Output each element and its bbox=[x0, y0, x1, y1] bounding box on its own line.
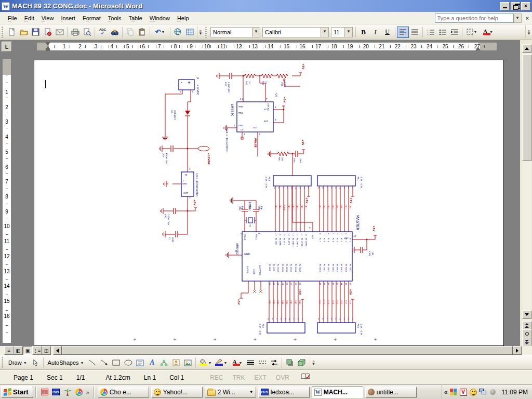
menu-window[interactable]: Window bbox=[146, 13, 174, 23]
style-combobox[interactable]: Normal▼ bbox=[210, 27, 260, 37]
task-button-untitled[interactable]: untitle... bbox=[365, 387, 417, 398]
new-document-button[interactable] bbox=[6, 26, 18, 38]
clip-art-button[interactable] bbox=[170, 357, 182, 368]
spelling-button[interactable]: ABC✓ bbox=[97, 26, 109, 38]
minimize-button[interactable] bbox=[500, 2, 510, 10]
task-button-ledxoa[interactable]: ISISledxoa... bbox=[258, 387, 310, 398]
autoshapes-menu-button[interactable]: AutoShapes▼ bbox=[45, 357, 87, 368]
status-ext[interactable]: EXT bbox=[255, 374, 267, 381]
tray-office-icon[interactable] bbox=[449, 388, 458, 396]
next-page-button[interactable] bbox=[522, 338, 531, 347]
scroll-down-button[interactable] bbox=[522, 310, 531, 319]
copy-button[interactable] bbox=[124, 26, 136, 38]
print-preview-button[interactable] bbox=[81, 26, 93, 38]
save-button[interactable] bbox=[30, 26, 42, 38]
palm-tree-quicklaunch-icon[interactable] bbox=[63, 388, 72, 397]
word-app-icon[interactable]: W bbox=[2, 2, 10, 10]
print-button[interactable] bbox=[69, 26, 81, 38]
scroll-up-button[interactable] bbox=[522, 44, 531, 53]
increase-indent-button[interactable] bbox=[448, 26, 460, 38]
align-left-button[interactable] bbox=[397, 26, 409, 38]
taskbar-clock[interactable]: 11:09 PM bbox=[502, 389, 528, 396]
email-button[interactable] bbox=[54, 26, 65, 38]
horizontal-scroll-thumb[interactable] bbox=[62, 346, 513, 355]
draw-menu-button[interactable]: Draw▼ bbox=[6, 357, 30, 368]
numbering-button[interactable]: 123 bbox=[424, 26, 436, 38]
tab-selector-button[interactable]: L bbox=[2, 42, 12, 52]
bullets-button[interactable] bbox=[436, 26, 448, 38]
right-indent-marker[interactable] bbox=[475, 47, 481, 50]
menubar-close-icon[interactable]: × bbox=[526, 15, 529, 21]
unikey-quicklaunch-icon[interactable] bbox=[40, 388, 49, 397]
scroll-left-button[interactable] bbox=[53, 346, 62, 355]
insert-picture-button[interactable] bbox=[182, 357, 194, 368]
first-line-indent-marker[interactable] bbox=[45, 42, 50, 46]
insert-hyperlink-button[interactable] bbox=[172, 26, 184, 38]
underline-button[interactable]: U bbox=[381, 26, 393, 38]
menu-edit[interactable]: Edit bbox=[21, 13, 38, 23]
task-button-2-windows-group[interactable]: 2 Wi...▼ bbox=[205, 387, 256, 398]
task-button-yahoo[interactable]: Yahoo!... bbox=[151, 387, 203, 398]
outline-view-button[interactable]: ⋮≡ bbox=[32, 346, 42, 355]
menu-insert[interactable]: Insert bbox=[57, 13, 79, 23]
quicklaunch-overflow-icon[interactable]: » bbox=[86, 389, 89, 395]
italic-button[interactable]: I bbox=[369, 26, 381, 38]
bold-button[interactable]: B bbox=[357, 26, 369, 38]
status-rec[interactable]: REC bbox=[210, 374, 223, 381]
undo-button[interactable]: ↶▼ bbox=[152, 26, 168, 38]
oval-tool-button[interactable] bbox=[122, 357, 134, 368]
schematic-drawing-object[interactable]: - + 2 1 J1 +12VDC DR D IN4007 CR+ 470uF … bbox=[34, 60, 503, 345]
scroll-right-button[interactable] bbox=[513, 346, 522, 355]
font-color-button[interactable]: A▼ bbox=[480, 26, 495, 38]
open-button[interactable] bbox=[18, 26, 30, 38]
close-button[interactable]: × bbox=[521, 2, 530, 10]
menu-help[interactable]: Help bbox=[174, 13, 193, 23]
font-combobox[interactable]: Calibri▼ bbox=[262, 27, 329, 37]
dash-style-button[interactable] bbox=[256, 357, 268, 368]
arrow-style-button[interactable] bbox=[268, 357, 280, 368]
previous-page-button[interactable] bbox=[522, 321, 531, 330]
help-question-input[interactable] bbox=[435, 14, 514, 23]
menu-format[interactable]: Format bbox=[79, 13, 104, 23]
web-layout-view-button[interactable]: ◧ bbox=[14, 346, 23, 355]
drawing-toolbar-grip[interactable] bbox=[2, 357, 4, 368]
justify-button[interactable] bbox=[409, 26, 421, 38]
borders-button[interactable]: ▼ bbox=[464, 26, 480, 38]
font-size-combobox[interactable]: 11▼ bbox=[331, 27, 353, 37]
task-button-mach-active[interactable]: WMACH... bbox=[312, 387, 363, 398]
select-objects-button[interactable] bbox=[30, 357, 42, 368]
help-dropdown-icon[interactable]: ▼ bbox=[514, 14, 522, 23]
standard-toolbar-grip[interactable] bbox=[2, 26, 4, 38]
tray-vietkey-icon[interactable]: V bbox=[459, 388, 468, 396]
permission-button[interactable] bbox=[42, 26, 54, 38]
task-button-cho-e[interactable]: Cho e... bbox=[98, 387, 149, 398]
formatting-toolbar-overflow-icon[interactable]: »▼ bbox=[525, 25, 532, 39]
menu-view[interactable]: View bbox=[38, 13, 58, 23]
fill-color-button[interactable]: ▼ bbox=[197, 357, 213, 368]
tray-volume-icon[interactable] bbox=[489, 388, 497, 396]
shadow-style-button[interactable] bbox=[284, 357, 296, 368]
menu-tools[interactable]: Tools bbox=[104, 13, 125, 23]
isis-quicklaunch-icon[interactable]: ISIS bbox=[51, 388, 61, 397]
normal-view-button[interactable]: ≡ bbox=[4, 346, 14, 355]
tray-network-icon[interactable] bbox=[479, 388, 487, 396]
status-trk[interactable]: TRK bbox=[233, 374, 245, 381]
menu-table[interactable]: Table bbox=[125, 13, 145, 23]
start-button[interactable]: Start bbox=[1, 386, 33, 398]
standard-toolbar-overflow-icon[interactable]: »▼ bbox=[197, 25, 204, 39]
wordart-button[interactable]: A bbox=[146, 357, 158, 368]
draw-font-color-button[interactable]: A▼ bbox=[229, 357, 244, 368]
tray-yahoo-messenger-icon[interactable] bbox=[469, 388, 477, 396]
research-button[interactable] bbox=[109, 26, 121, 38]
3d-style-button[interactable] bbox=[296, 357, 308, 368]
insert-table-button[interactable] bbox=[184, 26, 196, 38]
text-box-button[interactable] bbox=[134, 357, 146, 368]
left-indent-marker[interactable] bbox=[46, 49, 50, 51]
paste-button[interactable] bbox=[136, 26, 148, 38]
chrome-quicklaunch-icon[interactable] bbox=[74, 388, 84, 397]
status-ovr[interactable]: OVR bbox=[276, 374, 289, 381]
formatting-toolbar-grip[interactable] bbox=[205, 26, 208, 38]
document-page[interactable]: - + 2 1 J1 +12VDC DR D IN4007 CR+ 470uF … bbox=[34, 60, 504, 346]
rectangle-tool-button[interactable] bbox=[110, 357, 122, 368]
print-layout-view-button[interactable]: ▣ bbox=[23, 346, 32, 355]
